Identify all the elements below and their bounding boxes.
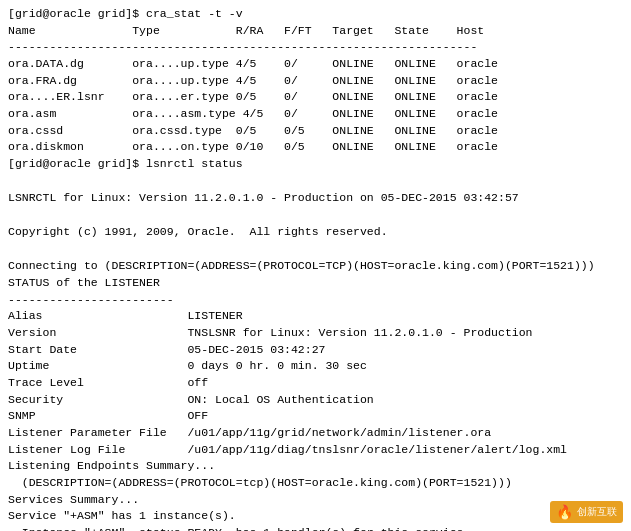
terminal-line-empty	[8, 173, 623, 190]
terminal-line: STATUS of the LISTENER	[8, 275, 623, 292]
terminal-line: Security ON: Local OS Authentication	[8, 392, 623, 409]
watermark-text: 创新互联	[577, 505, 617, 519]
terminal-line-empty	[8, 241, 623, 258]
terminal-line: Service "+ASM" has 1 instance(s).	[8, 508, 623, 525]
watermark-badge: 🔥 创新互联	[550, 501, 623, 523]
terminal-line: [grid@oracle grid]$ lsnrctl status	[8, 156, 623, 173]
terminal-line: ora.asm ora....asm.type 4/5 0/ ONLINE ON…	[8, 106, 623, 123]
terminal-line: ----------------------------------------…	[8, 39, 623, 56]
terminal-line: Name Type R/RA F/FT Target State Host	[8, 23, 623, 40]
terminal-line: Listener Parameter File /u01/app/11g/gri…	[8, 425, 623, 442]
terminal-line: ora.FRA.dg ora....up.type 4/5 0/ ONLINE …	[8, 73, 623, 90]
terminal-line: Listener Log File /u01/app/11g/diag/tnsl…	[8, 442, 623, 459]
terminal-line: ora.diskmon ora....on.type 0/10 0/5 ONLI…	[8, 139, 623, 156]
terminal-line: Trace Level off	[8, 375, 623, 392]
terminal-output: [grid@oracle grid]$ cra_stat -t -vName T…	[8, 6, 623, 531]
terminal-line: Alias LISTENER	[8, 308, 623, 325]
terminal-line: Services Summary...	[8, 492, 623, 509]
terminal-line: Connecting to (DESCRIPTION=(ADDRESS=(PRO…	[8, 258, 623, 275]
terminal-line: Listening Endpoints Summary...	[8, 458, 623, 475]
terminal-line: (DESCRIPTION=(ADDRESS=(PROTOCOL=tcp)(HOS…	[8, 475, 623, 492]
terminal-line: Start Date 05-DEC-2015 03:42:27	[8, 342, 623, 359]
terminal-line: Version TNSLSNR for Linux: Version 11.2.…	[8, 325, 623, 342]
terminal-line: ora.DATA.dg ora....up.type 4/5 0/ ONLINE…	[8, 56, 623, 73]
terminal-line: ora.cssd ora.cssd.type 0/5 0/5 ONLINE ON…	[8, 123, 623, 140]
terminal-line: LSNRCTL for Linux: Version 11.2.0.1.0 - …	[8, 190, 623, 207]
terminal-line: Copyright (c) 1991, 2009, Oracle. All ri…	[8, 224, 623, 241]
terminal-line-empty	[8, 207, 623, 224]
terminal-line: SNMP OFF	[8, 408, 623, 425]
terminal-line: Uptime 0 days 0 hr. 0 min. 30 sec	[8, 358, 623, 375]
terminal-line: Instance "+ASM", status READY, has 1 han…	[8, 525, 623, 531]
terminal-line: ------------------------	[8, 292, 623, 309]
terminal-line: ora....ER.lsnr ora....er.type 0/5 0/ ONL…	[8, 89, 623, 106]
terminal-window: [grid@oracle grid]$ cra_stat -t -vName T…	[0, 0, 631, 531]
watermark-icon: 🔥	[556, 504, 573, 520]
terminal-line: [grid@oracle grid]$ cra_stat -t -v	[8, 6, 623, 23]
